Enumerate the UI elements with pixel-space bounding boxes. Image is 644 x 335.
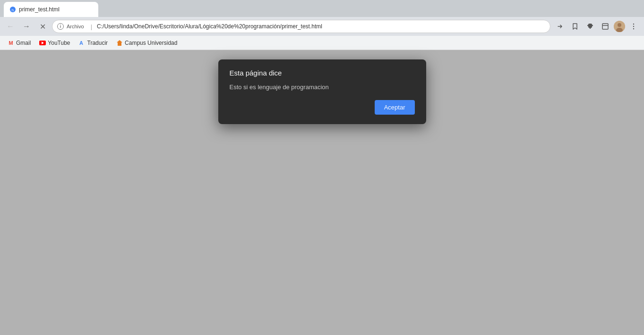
tab-title: primer_test.html xyxy=(19,6,60,13)
youtube-icon xyxy=(39,40,46,46)
bookmark-youtube[interactable]: YouTube xyxy=(35,38,74,48)
bookmark-campus[interactable]: Campus Universidad xyxy=(112,38,181,48)
url-text: C:/Users/linda/OneDrive/Escritorio/Alura… xyxy=(97,23,545,30)
user-avatar[interactable] xyxy=(614,21,625,32)
svg-point-9 xyxy=(633,28,634,29)
svg-rect-2 xyxy=(602,24,608,29)
gmail-icon: M xyxy=(8,40,14,46)
separator: | xyxy=(91,23,92,30)
bookmark-youtube-label: YouTube xyxy=(48,40,70,46)
toolbar-icons xyxy=(553,20,640,33)
svg-point-5 xyxy=(618,23,621,27)
page-content: Esta página dice Esto si es lenguaje de … xyxy=(0,50,644,335)
extensions-button[interactable] xyxy=(584,20,597,33)
svg-marker-11 xyxy=(117,40,122,46)
translate-icon: A xyxy=(79,40,86,46)
svg-point-7 xyxy=(633,24,634,25)
bookmark-translate-label: Traducir xyxy=(87,40,108,46)
tab-favicon: h xyxy=(9,6,16,13)
info-icon: i xyxy=(57,23,64,30)
bookmarks-bar: M Gmail YouTube A Traducir xyxy=(0,36,644,50)
bookmark-button[interactable] xyxy=(568,20,582,33)
address-bar-row: ← → ✕ i Archivo | C:/Users/linda/OneDriv… xyxy=(0,17,644,36)
window-button[interactable] xyxy=(599,20,612,33)
bookmark-campus-label: Campus Universidad xyxy=(125,40,177,46)
address-bar[interactable]: i Archivo | C:/Users/linda/OneDrive/Escr… xyxy=(52,20,550,33)
alert-dialog: Esta página dice Esto si es lenguaje de … xyxy=(218,59,426,124)
bookmark-gmail[interactable]: M Gmail xyxy=(4,38,34,48)
menu-button[interactable] xyxy=(627,20,640,33)
accept-button[interactable]: Aceptar xyxy=(375,100,415,115)
browser-frame: h primer_test.html ← → ✕ i Archivo | C:/… xyxy=(0,0,644,335)
dialog-title: Esta página dice xyxy=(230,69,415,77)
dialog-overlay: Esta página dice Esto si es lenguaje de … xyxy=(0,50,644,335)
dialog-message: Esto si es lenguaje de programacion xyxy=(230,84,415,91)
bookmark-translate[interactable]: A Traducir xyxy=(75,38,112,48)
forward-button[interactable]: → xyxy=(20,20,33,33)
back-button[interactable]: ← xyxy=(4,20,17,33)
campus-icon xyxy=(116,40,123,46)
active-tab[interactable]: h primer_test.html xyxy=(4,2,98,17)
protocol-label: Archivo xyxy=(67,24,84,29)
reload-button[interactable]: ✕ xyxy=(36,20,49,33)
bookmark-gmail-label: Gmail xyxy=(16,40,31,46)
svg-text:h: h xyxy=(12,8,14,12)
svg-point-8 xyxy=(633,26,634,27)
dialog-buttons: Aceptar xyxy=(230,100,415,115)
tab-bar: h primer_test.html xyxy=(0,0,644,17)
svg-text:A: A xyxy=(79,40,83,46)
share-button[interactable] xyxy=(553,20,567,33)
